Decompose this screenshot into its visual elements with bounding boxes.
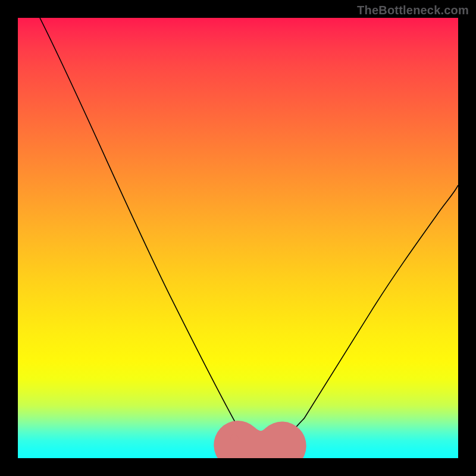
valley-dot <box>230 434 238 442</box>
curve-svg <box>18 18 458 458</box>
valley-highlight <box>238 445 282 455</box>
main-curve <box>40 18 458 454</box>
watermark-text: TheBottleneck.com <box>357 4 469 17</box>
plot-area <box>18 18 458 458</box>
chart-frame: TheBottleneck.com <box>0 0 476 476</box>
